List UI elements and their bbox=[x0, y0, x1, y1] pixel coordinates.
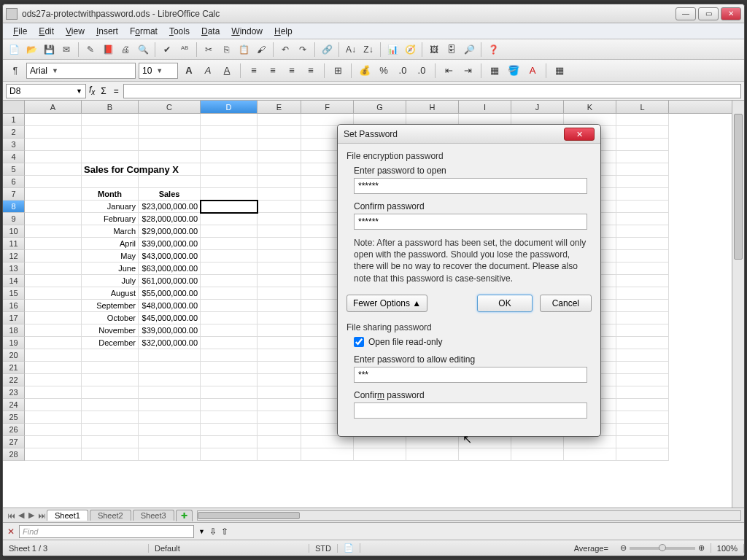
rowhead-25[interactable]: 25 bbox=[3, 411, 25, 424]
cell-D22[interactable] bbox=[201, 374, 258, 386]
cell-B5[interactable]: Sales for Company X bbox=[82, 163, 139, 176]
cell-L14[interactable] bbox=[616, 275, 669, 287]
rowhead-27[interactable]: 27 bbox=[3, 436, 25, 448]
cell-B27[interactable] bbox=[82, 436, 139, 448]
cell-A15[interactable] bbox=[25, 287, 82, 300]
cell-E7[interactable] bbox=[258, 188, 301, 201]
cell-J27[interactable] bbox=[511, 436, 564, 448]
cell-A3[interactable] bbox=[25, 139, 82, 151]
cell-D24[interactable] bbox=[201, 399, 258, 411]
styles-icon[interactable]: ¶ bbox=[7, 63, 23, 79]
cell-L28[interactable] bbox=[616, 448, 669, 461]
cell-B17[interactable]: October bbox=[82, 312, 139, 324]
enter-password-input[interactable] bbox=[354, 178, 587, 194]
cell-L18[interactable] bbox=[616, 324, 669, 337]
cell-B23[interactable] bbox=[82, 386, 139, 399]
cell-L1[interactable] bbox=[616, 114, 669, 126]
gallery-icon[interactable]: 🖼 bbox=[426, 42, 442, 58]
cell-B3[interactable] bbox=[82, 139, 139, 151]
tab-sheet2[interactable]: Sheet2 bbox=[90, 510, 131, 521]
cell-C25[interactable] bbox=[139, 411, 201, 424]
tab-first-icon[interactable]: ⏮ bbox=[6, 511, 16, 520]
cell-E9[interactable] bbox=[258, 213, 301, 225]
cell-L6[interactable] bbox=[616, 176, 669, 188]
email-icon[interactable]: ✉ bbox=[58, 42, 74, 58]
cell-C20[interactable] bbox=[139, 349, 201, 362]
cell-A12[interactable] bbox=[25, 250, 82, 262]
cell-C28[interactable] bbox=[139, 448, 201, 461]
dec-indent-icon[interactable]: ⇤ bbox=[441, 63, 457, 79]
cell-D15[interactable] bbox=[201, 287, 258, 300]
confirm-password-input[interactable] bbox=[354, 214, 587, 230]
rowhead-3[interactable]: 3 bbox=[3, 139, 25, 151]
cell-L3[interactable] bbox=[616, 139, 669, 151]
cell-C1[interactable] bbox=[139, 114, 201, 126]
confirm-edit-input[interactable] bbox=[354, 402, 587, 419]
cell-C26[interactable] bbox=[139, 424, 201, 436]
cell-A1[interactable] bbox=[25, 114, 82, 126]
hyperlink-icon[interactable]: 🔗 bbox=[319, 42, 335, 58]
cell-A16[interactable] bbox=[25, 300, 82, 312]
cell-E6[interactable] bbox=[258, 176, 301, 188]
cell-B22[interactable] bbox=[82, 374, 139, 386]
cell-C16[interactable]: $48,000,000.00 bbox=[139, 300, 201, 312]
close-find-icon[interactable]: ✕ bbox=[7, 526, 15, 537]
help-icon[interactable]: ❓ bbox=[485, 42, 501, 58]
dialog-close-button[interactable]: ✕ bbox=[564, 128, 595, 141]
cell-E23[interactable] bbox=[258, 386, 301, 399]
cell-L11[interactable] bbox=[616, 238, 669, 250]
rowhead-14[interactable]: 14 bbox=[3, 275, 25, 287]
rowhead-15[interactable]: 15 bbox=[3, 287, 25, 300]
cell-L10[interactable] bbox=[616, 225, 669, 238]
cell-B24[interactable] bbox=[82, 399, 139, 411]
cell-B26[interactable] bbox=[82, 424, 139, 436]
cell-E26[interactable] bbox=[258, 424, 301, 436]
cell-B15[interactable]: August bbox=[82, 287, 139, 300]
vertical-scrollbar[interactable] bbox=[732, 101, 744, 508]
sort-asc-icon[interactable]: A↓ bbox=[343, 42, 359, 58]
open-icon[interactable]: 📂 bbox=[23, 42, 39, 58]
rowhead-6[interactable]: 6 bbox=[3, 176, 25, 188]
colhead-K[interactable]: K bbox=[564, 101, 616, 113]
cell-B11[interactable]: April bbox=[82, 238, 139, 250]
sort-desc-icon[interactable]: Z↓ bbox=[360, 42, 376, 58]
cell-B4[interactable] bbox=[82, 151, 139, 163]
cell-B1[interactable] bbox=[82, 114, 139, 126]
format-paint-icon[interactable]: 🖌 bbox=[253, 42, 269, 58]
formula-input[interactable] bbox=[123, 84, 741, 98]
cell-D12[interactable] bbox=[201, 250, 258, 262]
cell-L9[interactable] bbox=[616, 213, 669, 225]
cell-C24[interactable] bbox=[139, 399, 201, 411]
cell-C18[interactable]: $39,000,000.00 bbox=[139, 324, 201, 337]
cell-E10[interactable] bbox=[258, 225, 301, 238]
cell-D20[interactable] bbox=[201, 349, 258, 362]
cell-A21[interactable] bbox=[25, 362, 82, 374]
cell-D27[interactable] bbox=[201, 436, 258, 448]
cell-A6[interactable] bbox=[25, 176, 82, 188]
cell-C12[interactable]: $43,000,000.00 bbox=[139, 250, 201, 262]
cell-D17[interactable] bbox=[201, 312, 258, 324]
cell-E20[interactable] bbox=[258, 349, 301, 362]
cell-E14[interactable] bbox=[258, 275, 301, 287]
menu-help[interactable]: Help bbox=[268, 25, 298, 38]
edit-icon[interactable]: ✎ bbox=[82, 42, 98, 58]
merge-icon[interactable]: ⊞ bbox=[330, 63, 346, 79]
cell-B19[interactable]: December bbox=[82, 337, 139, 349]
cell-A23[interactable] bbox=[25, 386, 82, 399]
colhead-J[interactable]: J bbox=[511, 101, 564, 113]
percent-icon[interactable]: % bbox=[376, 63, 392, 79]
cell-C14[interactable]: $61,000,000.00 bbox=[139, 275, 201, 287]
cancel-button[interactable]: Cancel bbox=[540, 295, 592, 312]
autospell-icon[interactable]: ᴬᴮ bbox=[177, 42, 193, 58]
rowhead-4[interactable]: 4 bbox=[3, 151, 25, 163]
cell-B6[interactable] bbox=[82, 176, 139, 188]
rowhead-7[interactable]: 7 bbox=[3, 188, 25, 201]
cell-B12[interactable]: May bbox=[82, 250, 139, 262]
cell-L24[interactable] bbox=[616, 399, 669, 411]
rowhead-28[interactable]: 28 bbox=[3, 448, 25, 461]
cell-L15[interactable] bbox=[616, 287, 669, 300]
tab-next-icon[interactable]: ▶ bbox=[26, 510, 36, 520]
cell-L16[interactable] bbox=[616, 300, 669, 312]
copy-icon[interactable]: ⎘ bbox=[218, 42, 234, 58]
cell-E5[interactable] bbox=[258, 163, 301, 176]
